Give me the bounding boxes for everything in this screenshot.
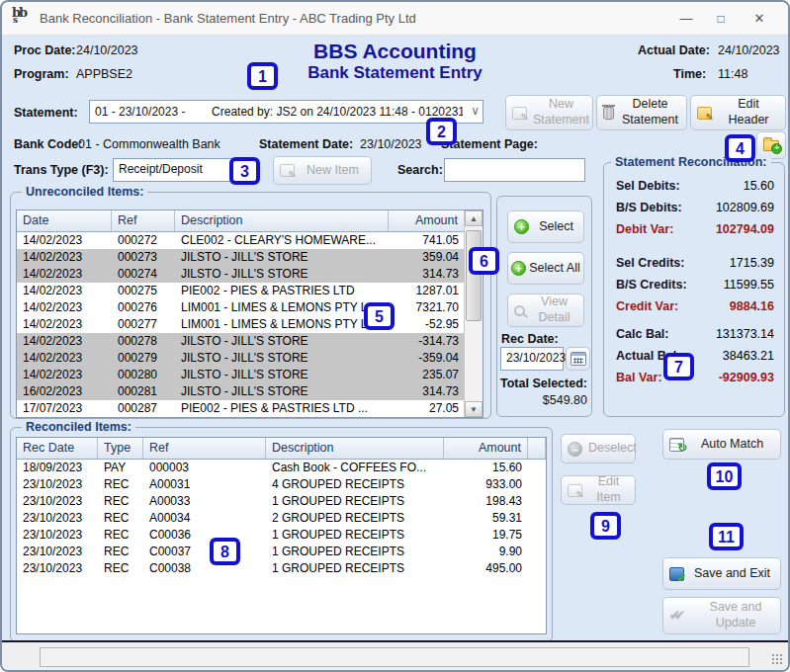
table-row[interactable]: 14/02/2023000272CLE002 - CLEARY'S HOMEWA… (17, 232, 464, 249)
statement-label: Statement: (14, 106, 78, 120)
cell-description: Cash Book - COFFEES FO... (266, 460, 444, 476)
statement-select[interactable]: 01 - 23/10/2023 - Created by: JS2 on 24/… (89, 100, 483, 124)
rec-date-picker-button[interactable] (566, 347, 590, 371)
resize-grip[interactable] (771, 653, 784, 666)
table-row[interactable]: 14/02/2023000274JILSTO - JILL'S STORE314… (17, 266, 464, 283)
cell-rec-date: 18/09/2023 (17, 460, 98, 476)
deselect-button[interactable]: – Deselect (561, 434, 636, 463)
table-row[interactable]: 23/10/2023RECC000361 GROUPED RECEIPTS19.… (17, 527, 546, 544)
recon-label: Debit Var: (616, 222, 673, 236)
cell-amount: -52.95 (389, 316, 465, 333)
new-item-label: New Item (301, 163, 365, 179)
plus-circle-icon: + (514, 219, 529, 234)
cell-ref: 000273 (112, 249, 175, 266)
cell-type: REC (98, 527, 143, 544)
scroll-down-icon[interactable]: ▼ (465, 401, 483, 417)
auto-match-label: Auto Match (690, 437, 774, 453)
table-row[interactable]: 16/02/2023000281JILSTO - JILL'S STORE314… (17, 383, 464, 400)
trans-type-input[interactable]: Receipt/Deposit (113, 158, 237, 182)
screen-title: Bank Statement Entry (2, 63, 788, 83)
app-logo-icon: bbs (12, 8, 34, 30)
cell-amount: 59.31 (444, 510, 528, 527)
form-pencil-icon (512, 107, 527, 120)
new-item-button[interactable]: New Item (273, 156, 372, 185)
edit-header-button[interactable]: Edit Header (690, 95, 786, 130)
save-and-update-button[interactable]: ✔✔ Save and Update (662, 597, 781, 634)
callout-2: 2 (426, 118, 457, 145)
select-all-button[interactable]: + Select All (507, 252, 584, 285)
maximize-icon[interactable]: □ (708, 8, 734, 30)
delete-statement-button[interactable]: Delete Statement (596, 95, 687, 130)
col-type: Type (98, 438, 143, 459)
select-all-label: Select All (529, 261, 580, 277)
cell-ref: C00038 (143, 560, 266, 577)
table-row[interactable]: 14/02/2023000278JILSTO - JILL'S STORE-31… (17, 333, 464, 350)
table-row[interactable]: 14/02/2023000277LIM001 - LIMES & LEMONS … (17, 316, 464, 333)
rec-date-input[interactable]: 23/10/2023 (500, 347, 564, 371)
window-title: Bank Reconciliation - Bank Statement Ent… (40, 11, 416, 26)
table-row[interactable]: 18/09/2023PAY000003Cash Book - COFFEES F… (17, 460, 546, 476)
table-row[interactable]: 23/10/2023RECA000314 GROUPED RECEIPTS933… (17, 476, 546, 493)
edit-item-button[interactable]: Edit Item (561, 475, 636, 505)
callout-5: 5 (364, 302, 395, 330)
table-row[interactable]: 14/02/2023000280JILSTO - JILL'S STORE235… (17, 367, 464, 383)
statement-select-value: 01 - 23/10/2023 - Created by: JS2 on 24/… (95, 105, 463, 119)
cell-date: 14/02/2023 (17, 367, 112, 383)
recon-value: 11599.55 (724, 278, 774, 292)
reconciled-legend: Reconciled Items: (22, 420, 135, 434)
unreconciled-scrollbar[interactable]: ▲ ▼ (464, 210, 483, 417)
recon-row: Actual Bal:38463.21 (616, 349, 774, 367)
callout-11: 11 (709, 523, 744, 550)
close-icon[interactable]: ✕ (746, 8, 772, 30)
cell-type: REC (98, 510, 143, 527)
cell-ref: C00037 (143, 544, 266, 560)
recon-label: Sel Credits: (616, 256, 684, 270)
table-row[interactable]: 14/02/2023000273JILSTO - JILL'S STORE359… (17, 249, 464, 266)
table-row[interactable]: 14/02/2023000276LIM001 - LIMES & LEMONS … (17, 299, 464, 316)
search-input[interactable] (444, 158, 585, 182)
save-and-exit-button[interactable]: Save and Exit (662, 557, 781, 590)
table-row[interactable]: 14/02/2023000275PIE002 - PIES & PASTRIES… (17, 283, 464, 299)
plus-circle-icon: + (511, 261, 526, 276)
cell-amount: 1287.01 (389, 283, 465, 299)
callout-8: 8 (210, 538, 240, 565)
search-label: Search: (397, 163, 443, 177)
table-row[interactable]: 23/10/2023RECA000342 GROUPED RECEIPTS59.… (17, 510, 546, 527)
scroll-up-icon[interactable]: ▲ (465, 210, 483, 226)
recon-row: Bal Var:-92909.93 (616, 371, 774, 388)
cell-ref: 000003 (143, 460, 266, 476)
cell-amount: 741.05 (389, 232, 465, 249)
cell-rec-date: 23/10/2023 (17, 544, 98, 560)
table-row[interactable]: 23/10/2023RECC000381 GROUPED RECEIPTS495… (17, 560, 546, 577)
cell-amount: 19.75 (444, 527, 528, 544)
cell-rec-date: 23/10/2023 (17, 493, 98, 510)
auto-match-button[interactable]: Auto Match (662, 429, 781, 460)
cell-date: 14/02/2023 (17, 350, 112, 367)
cell-ref: 000277 (112, 316, 175, 333)
col-rec-date: Rec Date (17, 438, 98, 459)
scroll-thumb[interactable] (466, 230, 482, 321)
view-detail-button[interactable]: View Detail (507, 294, 584, 327)
table-row[interactable]: 23/10/2023RECC000371 GROUPED RECEIPTS9.9… (17, 544, 546, 560)
minimize-icon[interactable]: — (673, 8, 699, 30)
cell-ref: 000280 (112, 367, 175, 383)
select-button[interactable]: + Select (507, 210, 584, 243)
table-row[interactable]: 23/10/2023RECA000331 GROUPED RECEIPTS198… (17, 493, 546, 510)
callout-9: 9 (590, 512, 621, 540)
reconciled-table-header: Rec Date Type Ref Description Amount (17, 438, 546, 460)
table-row[interactable]: 17/07/2023000287PIE002 - PIES & PASTRIES… (17, 400, 464, 417)
col-ref: Ref (143, 438, 266, 459)
cell-description: PIE002 - PIES & PASTRIES LTD (175, 283, 389, 299)
edit-item-label: Edit Item (588, 474, 629, 505)
callout-10: 10 (707, 462, 742, 490)
title-bar: bbs Bank Reconciliation - Bank Statement… (2, 2, 788, 36)
deselect-label: Deselect (588, 441, 637, 457)
cell-ref: A00034 (143, 510, 266, 527)
table-row[interactable]: 14/02/2023000279JILSTO - JILL'S STORE-35… (17, 350, 464, 367)
new-statement-button[interactable]: New Statement (505, 95, 593, 130)
select-label: Select (535, 219, 577, 235)
cell-ref: 000276 (112, 299, 175, 316)
cell-ref: 000272 (112, 232, 175, 249)
recon-value: 1715.39 (730, 256, 774, 270)
cell-description: 2 GROUPED RECEIPTS (266, 510, 444, 527)
